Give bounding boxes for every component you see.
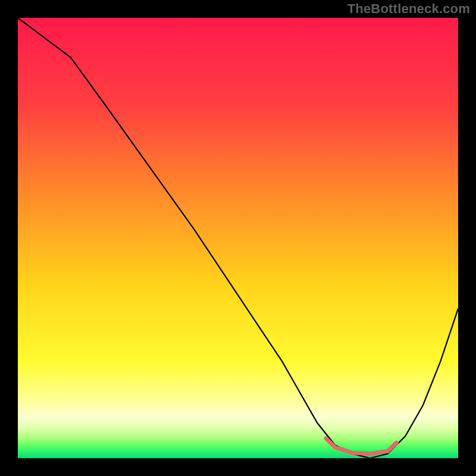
chart-frame: TheBottleneck.com [0,0,476,476]
plot-area [18,18,458,458]
gradient-background [18,18,458,458]
attribution-label: TheBottleneck.com [347,1,470,17]
chart-svg [18,18,458,458]
